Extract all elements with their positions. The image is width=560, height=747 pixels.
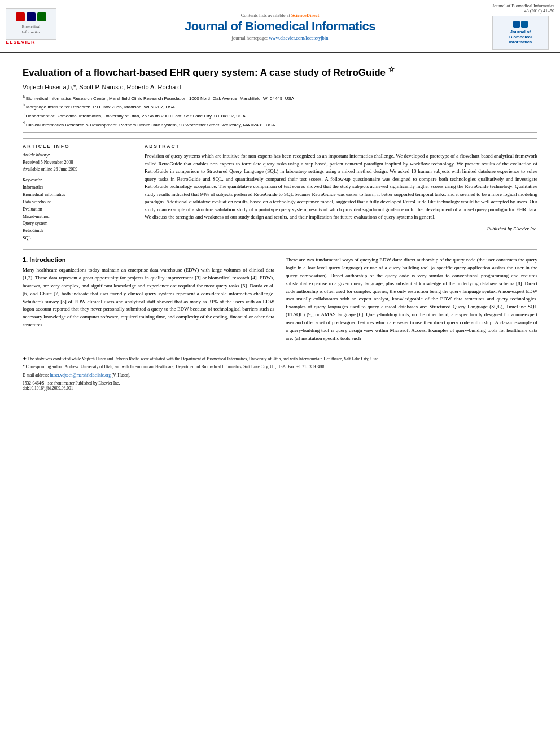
- journal-logo-right: Journal ofBiomedicalInformatics: [492, 16, 549, 50]
- keywords-label: Keywords:: [23, 177, 128, 182]
- keywords-list: InformaticsBiomedical informaticsData wa…: [23, 184, 128, 242]
- keyword-item: Evaluation: [23, 206, 128, 213]
- journal-title-area: Contents lists available at ScienceDirec…: [68, 12, 492, 41]
- abstract-text: Provision of query systems which are int…: [145, 152, 537, 221]
- body-right-col: There are two fundamental ways of queryi…: [286, 256, 537, 346]
- sciencedirect-banner: Contents lists available at ScienceDirec…: [68, 12, 492, 18]
- elsevier-logo-area: BiomedicalInformatics ELSEVIER: [6, 8, 68, 45]
- body-two-col: 1. Introduction Many healthcare organiza…: [23, 256, 537, 346]
- published-by: Published by Elsevier Inc.: [145, 226, 537, 231]
- journal-right-area: Journal of Biomedical Informatics 43 (20…: [492, 3, 554, 50]
- keyword-item: Mixed-method: [23, 213, 128, 221]
- intro-heading: 1. Introduction: [23, 256, 274, 263]
- intro-paragraph: There are two fundamental ways of queryi…: [286, 256, 537, 343]
- body-left-col: 1. Introduction Many healthcare organiza…: [23, 256, 274, 346]
- keyword-item: Informatics: [23, 184, 128, 191]
- issn-line: 1532-0464/$ - see front matter Published…: [23, 381, 537, 391]
- section-divider: [23, 249, 537, 250]
- footnote-item: ★ The study was conducted while Vojtech …: [23, 356, 537, 362]
- article-title: Evaluation of a flowchart-based EHR quer…: [23, 65, 537, 79]
- keyword-item: Biomedical informatics: [23, 191, 128, 199]
- journal-title: Journal of Biomedical Informatics: [68, 19, 492, 34]
- keyword-item: RetroGuide: [23, 228, 128, 235]
- history-item: Received 5 November 2008: [23, 159, 128, 166]
- affiliation-item: b Morgridge Institute for Research, P.O.…: [23, 102, 537, 111]
- keyword-item: Query system: [23, 220, 128, 228]
- intro-paragraph: Many healthcare organizations today main…: [23, 267, 274, 330]
- article-info-abstract: ARTICLE INFO Article history: Received 5…: [23, 138, 537, 242]
- affiliation-item: c Department of Biomedical Informatics, …: [23, 111, 537, 120]
- footnote-section: ★ The study was conducted while Vojtech …: [23, 352, 537, 378]
- history-items: Received 5 November 2008Available online…: [23, 159, 128, 173]
- intro-right-text: There are two fundamental ways of queryi…: [286, 256, 537, 343]
- abstract-label: ABSTRACT: [145, 143, 537, 149]
- intro-left-text: Many healthcare organizations today main…: [23, 267, 274, 330]
- keyword-item: Data warehouse: [23, 199, 128, 206]
- footnote-item: E-mail address: huser.vojtech@marshfield…: [23, 372, 537, 378]
- article-info-col: ARTICLE INFO Article history: Received 5…: [23, 143, 135, 242]
- footnote-item: * Corresponding author. Address: Univers…: [23, 364, 537, 370]
- journal-homepage: journal homepage: www.elsevier.com/locat…: [68, 35, 492, 41]
- article-info-label: ARTICLE INFO: [23, 143, 128, 149]
- journal-header: BiomedicalInformatics ELSEVIER Contents …: [0, 0, 560, 53]
- keyword-item: SQL: [23, 235, 128, 242]
- affiliation-item: d Clinical Informatics Research & Develo…: [23, 120, 537, 129]
- abstract-col: ABSTRACT Provision of query systems whic…: [145, 143, 537, 242]
- affiliation-item: a Biomedical Informatics Research Center…: [23, 94, 537, 102]
- journal-ref: Journal of Biomedical Informatics 43 (20…: [492, 3, 554, 14]
- history-item: Available online 26 June 2009: [23, 166, 128, 173]
- elsevier-label: ELSEVIER: [6, 40, 68, 45]
- authors: Vojtech Huser a,b,*, Scott P. Narus c, R…: [23, 84, 537, 90]
- history-label: Article history:: [23, 152, 128, 158]
- affiliations: a Biomedical Informatics Research Center…: [23, 94, 537, 129]
- main-content: Evaluation of a flowchart-based EHR quer…: [0, 53, 560, 396]
- article-title-section: Evaluation of a flowchart-based EHR quer…: [23, 65, 537, 133]
- journal-logo-left: BiomedicalInformatics: [6, 8, 56, 40]
- star-marker: ☆: [388, 65, 395, 73]
